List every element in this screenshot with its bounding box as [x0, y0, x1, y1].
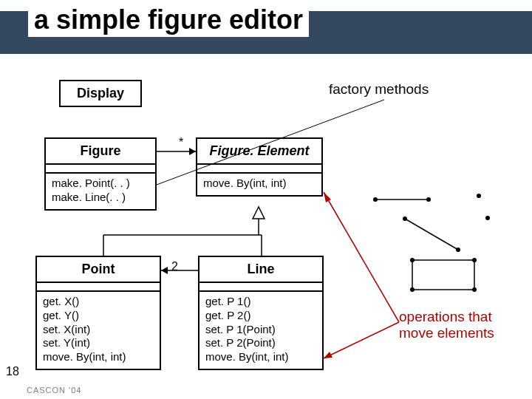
- svg-marker-26: [324, 192, 331, 202]
- uml-method: move. By(int, int): [43, 350, 154, 364]
- svg-marker-24: [324, 352, 332, 358]
- uml-class-figure: Figure make. Point(. . ) make. Line(. . …: [44, 137, 157, 211]
- uml-method: get. Y(): [43, 309, 154, 323]
- svg-point-6: [477, 194, 481, 198]
- uml-class-figure-element: Figure. Element move. By(int, int): [196, 137, 323, 197]
- uml-method: set. P 1(Point): [205, 323, 316, 337]
- uml-class-display: Display: [59, 80, 142, 107]
- svg-point-10: [472, 258, 477, 262]
- svg-point-11: [410, 287, 415, 292]
- svg-marker-15: [253, 207, 265, 219]
- uml-class-name: Display: [61, 81, 140, 106]
- page-number: 18: [6, 365, 19, 378]
- note-factory-methods: factory methods: [329, 81, 473, 98]
- uml-method: set. P 2(Point): [205, 336, 316, 350]
- uml-class-body: get. P 1() get. P 2() set. P 1(Point) se…: [200, 283, 322, 369]
- svg-point-9: [410, 258, 415, 262]
- svg-point-7: [485, 216, 490, 220]
- svg-point-5: [456, 248, 460, 252]
- uml-method: get. P 2(): [205, 309, 316, 323]
- uml-method: move. By(int, int): [203, 177, 316, 191]
- multiplicity-two: 2: [171, 260, 178, 273]
- uml-class-body: get. X() get. Y() set. X(int) set. Y(int…: [37, 283, 160, 369]
- figure-preview: [362, 177, 510, 296]
- uml-class-name: Figure: [46, 139, 155, 165]
- multiplicity-star: *: [179, 136, 183, 149]
- svg-point-1: [373, 197, 378, 202]
- svg-point-2: [426, 197, 431, 202]
- svg-point-12: [472, 287, 477, 292]
- slide: a simple figure editor factory methods o…: [0, 0, 532, 399]
- uml-method: set. Y(int): [43, 336, 154, 350]
- uml-method: make. Line(. . ): [52, 191, 149, 205]
- uml-method: get. X(): [43, 295, 154, 309]
- footer-text: CASCON '04: [27, 386, 81, 395]
- uml-class-name: Figure. Element: [197, 139, 321, 165]
- uml-class-point: Point get. X() get. Y() set. X(int) set.…: [35, 256, 161, 370]
- slide-title: a simple figure editor: [28, 4, 309, 37]
- uml-class-line: Line get. P 1() get. P 2() set. P 1(Poin…: [198, 256, 324, 370]
- uml-method: set. X(int): [43, 323, 154, 337]
- svg-point-4: [403, 216, 407, 221]
- uml-method: move. By(int, int): [205, 350, 316, 364]
- uml-class-name: Line: [200, 257, 322, 283]
- uml-method: make. Point(. . ): [52, 177, 149, 191]
- uml-class-body: make. Point(. . ) make. Line(. . ): [46, 165, 155, 209]
- uml-class-name: Point: [37, 257, 160, 283]
- svg-line-23: [324, 322, 399, 358]
- uml-method: get. P 1(): [205, 295, 316, 309]
- uml-class-body: move. By(int, int): [197, 165, 321, 195]
- svg-marker-21: [161, 267, 168, 274]
- svg-rect-8: [412, 260, 474, 290]
- note-move-operations: operations that move elements: [399, 309, 517, 341]
- svg-marker-14: [189, 148, 196, 155]
- svg-line-3: [405, 219, 458, 250]
